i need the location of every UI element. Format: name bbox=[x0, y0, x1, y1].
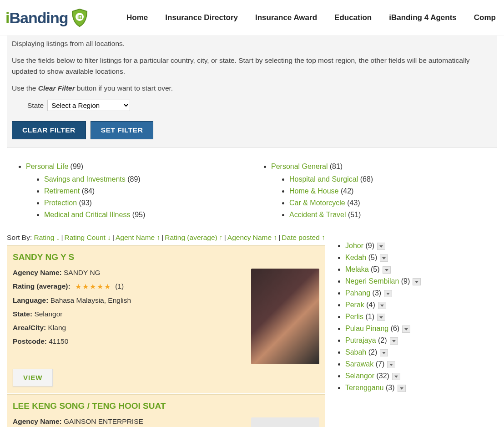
logo-text-i: i bbox=[5, 9, 9, 27]
cat-link-hospital-and-surgical[interactable]: Hospital and Surgical bbox=[289, 175, 358, 183]
state-link-kedah[interactable]: Kedah bbox=[345, 254, 366, 261]
listing-field: Rating (average): ★★★★★ (1) bbox=[13, 282, 241, 291]
view-button[interactable]: VIEW bbox=[13, 369, 53, 386]
main-nav: Home Insurance Directory Insurance Award… bbox=[126, 13, 496, 22]
sort-bar: Sort By: Rating ↓|Rating Count ↓|Agent N… bbox=[7, 234, 325, 242]
state-list-item: Sabah (2) bbox=[345, 348, 439, 356]
dropdown-icon[interactable] bbox=[384, 290, 392, 297]
sort-link[interactable]: Agent Name ↑ bbox=[116, 234, 160, 241]
listing-field: Area/City: Klang bbox=[13, 324, 241, 332]
state-list-item: Kedah (5) bbox=[345, 254, 439, 262]
state-link-selangor[interactable]: Selangor bbox=[345, 372, 374, 380]
cat-subitem: Medical and Critical Illness (95) bbox=[44, 211, 252, 219]
cat-link-car-motorcycle[interactable]: Car & Motorcycle bbox=[289, 199, 345, 207]
dropdown-icon[interactable] bbox=[390, 337, 398, 345]
filter-desc-3: Use the Clear Filter button if you want … bbox=[12, 83, 492, 93]
star-icon: ★ bbox=[75, 282, 81, 291]
cat-link-home-house[interactable]: Home & House bbox=[289, 187, 339, 195]
cat-personal-life[interactable]: Personal Life bbox=[26, 163, 68, 170]
state-link-terengganu[interactable]: Terengganu bbox=[345, 384, 384, 391]
cat-subitem: Hospital and Surgical (68) bbox=[289, 175, 497, 183]
listing-field: Agency Name: SANDY NG bbox=[13, 269, 241, 277]
listing-card: LEE KENG SONG / TENG HOOI SUATAgency Nam… bbox=[7, 394, 325, 427]
dropdown-icon[interactable] bbox=[383, 266, 391, 274]
cat-link-accident-travel[interactable]: Accident & Travel bbox=[289, 211, 346, 219]
star-rating: ★★★★★ bbox=[75, 282, 111, 291]
state-list-item: Perak (4) bbox=[345, 301, 439, 309]
dropdown-icon[interactable] bbox=[398, 385, 406, 392]
sort-link[interactable]: Rating Count ↓ bbox=[64, 234, 111, 241]
state-sidebar: Johor (9)Kedah (5)Melaka (5)Negeri Sembi… bbox=[334, 234, 439, 427]
state-label: State bbox=[27, 102, 44, 110]
sort-link[interactable]: Rating (average) ↑ bbox=[165, 234, 223, 241]
cat-col-right: Personal General (81) Hospital and Surgi… bbox=[252, 163, 497, 223]
state-link-melaka[interactable]: Melaka bbox=[345, 265, 369, 273]
state-link-putrajaya[interactable]: Putrajaya bbox=[345, 336, 376, 344]
cat-subitem: Accident & Travel (51) bbox=[289, 211, 497, 219]
star-icon: ★ bbox=[90, 282, 96, 291]
dropdown-icon[interactable] bbox=[413, 278, 421, 285]
cat-link-savings-and-investments[interactable]: Savings and Investments bbox=[44, 175, 126, 183]
cat-link-retirement[interactable]: Retirement bbox=[44, 187, 80, 195]
category-columns: Personal Life (99) Savings and Investmen… bbox=[0, 148, 504, 234]
nav-compare[interactable]: Comp bbox=[474, 13, 496, 22]
filter-desc-1: Displaying listings from all locations. bbox=[12, 38, 492, 49]
dropdown-icon[interactable] bbox=[392, 373, 400, 380]
dropdown-icon[interactable] bbox=[378, 302, 386, 309]
state-list-item: Melaka (5) bbox=[345, 265, 439, 274]
sort-link[interactable]: Rating ↓ bbox=[34, 234, 60, 241]
state-list-item: Putrajaya (2) bbox=[345, 336, 439, 345]
dropdown-icon[interactable] bbox=[377, 243, 385, 250]
filter-desc-2: Use the fields below to filter listings … bbox=[12, 55, 492, 76]
sort-link[interactable]: Date posted ↑ bbox=[282, 234, 325, 241]
cat-link-protection[interactable]: Protection bbox=[44, 199, 77, 207]
dropdown-icon[interactable] bbox=[377, 314, 385, 321]
dropdown-icon[interactable] bbox=[380, 254, 388, 262]
listing-field: State: Selangor bbox=[13, 310, 241, 318]
listing-card: SANDY NG Y SAgency Name: SANDY NGRating … bbox=[7, 245, 325, 393]
nav-insurance-directory[interactable]: Insurance Directory bbox=[165, 13, 238, 22]
dropdown-icon[interactable] bbox=[402, 325, 410, 333]
listing-title[interactable]: LEE KENG SONG / TENG HOOI SUAT bbox=[13, 401, 319, 411]
shield-icon: iB bbox=[70, 8, 90, 28]
clear-filter-button[interactable]: CLEAR FILTER bbox=[12, 121, 86, 139]
nav-home[interactable]: Home bbox=[126, 13, 148, 22]
filter-panel: Displaying listings from all locations. … bbox=[7, 30, 497, 148]
state-link-johor[interactable]: Johor bbox=[345, 242, 363, 249]
svg-text:iB: iB bbox=[77, 14, 82, 20]
cat-subitem: Retirement (84) bbox=[44, 187, 252, 195]
state-list-item: Selangor (32) bbox=[345, 372, 439, 380]
state-link-perlis[interactable]: Perlis bbox=[345, 313, 363, 320]
set-filter-button[interactable]: SET FILTER bbox=[91, 121, 154, 139]
agent-photo bbox=[251, 269, 319, 364]
sort-link[interactable]: Agency Name ↑ bbox=[227, 234, 277, 241]
listing-title[interactable]: SANDY NG Y S bbox=[13, 252, 319, 262]
state-link-sabah[interactable]: Sabah bbox=[345, 348, 366, 356]
state-list-item: Sarawak (7) bbox=[345, 360, 439, 368]
star-icon: ★ bbox=[104, 282, 111, 291]
state-link-negeri-sembilan[interactable]: Negeri Sembilan bbox=[345, 277, 399, 285]
cat-personal-general[interactable]: Personal General bbox=[271, 163, 328, 170]
results-area: Sort By: Rating ↓|Rating Count ↓|Agent N… bbox=[0, 234, 504, 427]
nav-insurance-award[interactable]: Insurance Award bbox=[255, 13, 317, 22]
logo[interactable]: iBanding iB bbox=[5, 8, 90, 28]
cat-subitem: Savings and Investments (89) bbox=[44, 175, 252, 183]
state-list-item: Pulau Pinang (6) bbox=[345, 325, 439, 333]
state-link-pahang[interactable]: Pahang bbox=[345, 289, 370, 297]
cat-link-medical-and-critical-illness[interactable]: Medical and Critical Illness bbox=[44, 211, 130, 219]
state-list-item: Terengganu (3) bbox=[345, 384, 439, 392]
cat-subitem: Protection (93) bbox=[44, 199, 252, 207]
dropdown-icon[interactable] bbox=[387, 361, 395, 368]
state-link-perak[interactable]: Perak bbox=[345, 301, 364, 309]
cat-col-left: Personal Life (99) Savings and Investmen… bbox=[7, 163, 252, 223]
dropdown-icon[interactable] bbox=[380, 349, 388, 356]
logo-text-banding: Banding bbox=[9, 9, 68, 27]
nav-education[interactable]: Education bbox=[334, 13, 372, 22]
listing-field: Agency Name: GAINSON ENTERPRISE bbox=[13, 417, 241, 426]
state-link-pulau-pinang[interactable]: Pulau Pinang bbox=[345, 325, 388, 332]
agent-photo bbox=[251, 417, 319, 427]
state-link-sarawak[interactable]: Sarawak bbox=[345, 360, 373, 368]
nav-ibanding-4-agents[interactable]: iBanding 4 Agents bbox=[389, 13, 457, 22]
state-list-item: Pahang (3) bbox=[345, 289, 439, 297]
state-select[interactable]: Select a Region bbox=[47, 100, 130, 111]
